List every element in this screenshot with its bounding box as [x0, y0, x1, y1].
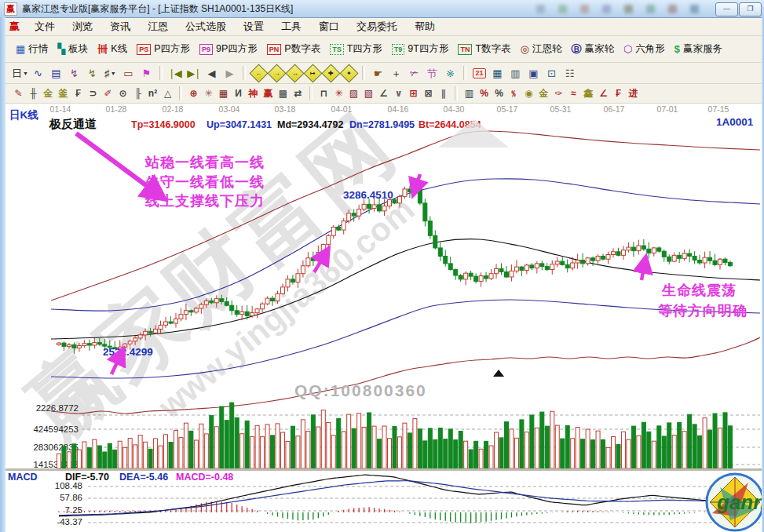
- draw-tool-29[interactable]: ∥: [436, 86, 451, 100]
- draw-tool-7[interactable]: ⊙: [115, 86, 130, 100]
- tool-22[interactable]: ＋: [387, 66, 405, 81]
- draw-tool-21[interactable]: ⊓: [316, 86, 331, 100]
- draw-tool-19[interactable]: ⇄: [291, 86, 305, 100]
- draw-tool-41[interactable]: ₣: [611, 86, 626, 100]
- tool-21[interactable]: ☛: [369, 66, 387, 81]
- draw-tool-12[interactable]: ⊕: [186, 86, 201, 100]
- tray-icon-3[interactable]: [602, 5, 611, 13]
- tool-31[interactable]: ⊡: [543, 66, 561, 81]
- tray-icon-2[interactable]: [580, 5, 589, 13]
- draw-tool-15[interactable]: И: [231, 86, 246, 100]
- main-tool-0[interactable]: ▦行情: [11, 41, 53, 57]
- draw-tool-18[interactable]: ▩: [276, 86, 291, 100]
- main-tool-5[interactable]: PNP数字表: [262, 41, 325, 57]
- draw-tool-38[interactable]: ≈: [566, 86, 581, 100]
- draw-tool-2[interactable]: 金: [41, 86, 56, 100]
- tray-icon-7[interactable]: [690, 5, 699, 13]
- title-bar[interactable]: 赢 赢家江恩专业版[赢家服务平台] - [上证指数 SH1A0001-135日K…: [0, 0, 764, 18]
- tool-10[interactable]: ▶∣: [185, 66, 203, 81]
- maximize-button[interactable]: ❐: [739, 2, 762, 16]
- draw-tool-39[interactable]: 鑫: [581, 86, 596, 100]
- tool-28[interactable]: ▦: [488, 66, 506, 81]
- main-tool-9[interactable]: ◎江恩轮: [516, 41, 567, 57]
- draw-tool-9[interactable]: n²: [145, 86, 160, 100]
- minimize-button[interactable]: —: [715, 2, 738, 16]
- tray-icon-4[interactable]: [624, 5, 633, 13]
- main-tool-8[interactable]: TNT数字表: [453, 41, 515, 57]
- main-tool-7[interactable]: T99T四方形: [387, 41, 454, 57]
- draw-tool-8[interactable]: ╟: [130, 86, 145, 100]
- menu-item-0[interactable]: 文件: [26, 18, 64, 35]
- tool-4[interactable]: ↯: [83, 66, 101, 81]
- main-tool-3[interactable]: PSP四方形: [132, 41, 195, 57]
- tool-3[interactable]: ↯: [65, 66, 83, 81]
- tool-1[interactable]: ∿: [29, 66, 47, 81]
- draw-tool-32[interactable]: %: [477, 86, 492, 100]
- draw-tool-24[interactable]: ▧: [361, 86, 376, 100]
- draw-tool-14[interactable]: ▦: [216, 86, 231, 100]
- menu-item-6[interactable]: 工具: [272, 18, 310, 35]
- tool-14[interactable]: ←: [249, 64, 268, 82]
- draw-tool-16[interactable]: 神: [246, 86, 261, 100]
- kline-chart[interactable]: 01-1401-2802-1803-0403-1804-0104-1604-30…: [0, 104, 764, 532]
- draw-tool-27[interactable]: ⊞: [406, 86, 421, 100]
- menu-item-2[interactable]: 资讯: [101, 18, 139, 35]
- menu-item-8[interactable]: 交易委托: [348, 18, 406, 35]
- draw-tool-23[interactable]: ▨: [346, 86, 361, 100]
- tray-icon-0[interactable]: [536, 5, 545, 13]
- menu-item-5[interactable]: 设置: [235, 18, 272, 35]
- tray-icon-1[interactable]: [558, 5, 567, 13]
- draw-tool-6[interactable]: ✐: [101, 86, 115, 100]
- draw-tool-17[interactable]: 赢: [261, 86, 276, 100]
- tool-0[interactable]: 日▼: [11, 66, 29, 81]
- draw-tool-33[interactable]: %: [492, 86, 506, 100]
- tool-9[interactable]: ∣◀: [166, 66, 185, 81]
- chart-area[interactable]: 赢家财富网 www.yingjia360.com 01-1401-2802-18…: [0, 104, 764, 532]
- draw-tool-10[interactable]: △: [160, 86, 175, 100]
- draw-tool-0[interactable]: ✎: [11, 86, 26, 100]
- tool-27[interactable]: 21: [470, 66, 488, 81]
- tool-25[interactable]: ※: [441, 66, 459, 81]
- tool-19[interactable]: ✦: [339, 64, 358, 82]
- draw-tool-26[interactable]: ∨: [391, 86, 406, 100]
- menu-item-4[interactable]: 公式选股: [177, 18, 235, 35]
- main-tool-1[interactable]: ▚板块: [53, 41, 93, 57]
- draw-tool-25[interactable]: ∠: [376, 86, 391, 100]
- tool-18[interactable]: ✚: [321, 64, 340, 82]
- draw-tool-13[interactable]: ✳: [201, 86, 216, 100]
- main-tool-11[interactable]: ⬡六角形: [619, 41, 670, 57]
- main-tool-6[interactable]: TST四方形: [325, 41, 387, 57]
- draw-tool-35[interactable]: ◉: [521, 86, 536, 100]
- draw-tool-22[interactable]: ✳: [331, 86, 346, 100]
- tool-6[interactable]: ▭: [119, 66, 137, 81]
- draw-tool-42[interactable]: 进: [626, 86, 641, 100]
- tool-11[interactable]: ◀: [203, 66, 221, 81]
- tray-icon-6[interactable]: [668, 5, 677, 13]
- pane-separator[interactable]: [5, 468, 762, 471]
- tool-15[interactable]: →: [267, 64, 286, 82]
- tool-24[interactable]: 节: [423, 66, 441, 81]
- tool-7[interactable]: ⚑: [137, 66, 155, 81]
- menu-item-1[interactable]: 浏览: [64, 18, 101, 35]
- draw-tool-3[interactable]: 釜: [56, 86, 71, 100]
- main-tool-2[interactable]: 卌K线: [93, 41, 132, 57]
- draw-tool-40[interactable]: ∠: [596, 86, 611, 100]
- tool-2[interactable]: ▤: [47, 66, 65, 81]
- tool-32[interactable]: ☷: [561, 66, 579, 81]
- tool-12[interactable]: ▶: [221, 66, 239, 81]
- tool-23[interactable]: ✃: [405, 66, 423, 81]
- menu-item-9[interactable]: 帮助: [406, 18, 444, 35]
- main-tool-10[interactable]: Ⓑ赢家轮: [566, 41, 619, 57]
- menu-item-7[interactable]: 窗口: [310, 18, 348, 35]
- tool-5[interactable]: ♯▼: [101, 66, 119, 81]
- tool-30[interactable]: ▣: [525, 66, 543, 81]
- menu-item-3[interactable]: 江恩: [139, 18, 177, 35]
- draw-tool-36[interactable]: 金: [536, 86, 551, 100]
- draw-tool-31[interactable]: ▥: [462, 86, 477, 100]
- main-tool-4[interactable]: P99P四方形: [195, 41, 262, 57]
- tool-16[interactable]: ↔: [285, 64, 304, 82]
- draw-tool-5[interactable]: ⊃: [86, 86, 101, 100]
- tray-icon-5[interactable]: [646, 5, 655, 13]
- main-tool-12[interactable]: $赢家服务: [670, 41, 727, 57]
- draw-tool-37[interactable]: ✑: [551, 86, 566, 100]
